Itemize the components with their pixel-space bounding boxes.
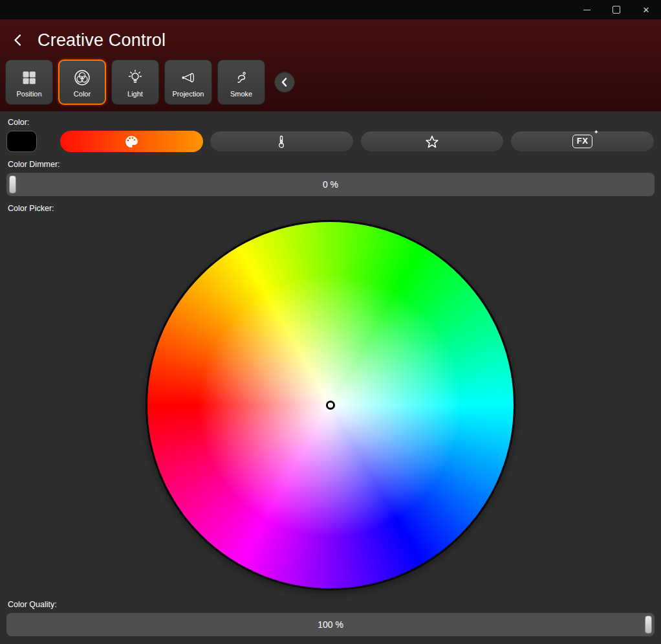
minimize-icon <box>583 10 591 10</box>
palette-icon <box>124 134 139 150</box>
color-row: FX ✦ <box>6 131 655 152</box>
thermometer-icon <box>274 134 289 150</box>
tab-smoke[interactable]: Smoke <box>217 60 265 105</box>
header-top: Creative Control <box>0 23 661 58</box>
position-grid-icon <box>21 67 38 89</box>
chevron-left-icon <box>279 77 290 87</box>
main-panel: Color: <box>0 111 661 644</box>
current-color-swatch[interactable] <box>6 131 37 152</box>
maximize-icon <box>612 6 620 14</box>
tab-position[interactable]: Position <box>5 60 53 105</box>
color-quality-slider[interactable]: 100 % <box>6 613 655 636</box>
tab-color[interactable]: Color <box>58 60 106 105</box>
titlebar: ✕ <box>0 0 661 19</box>
hsv-color-wheel[interactable] <box>146 221 515 590</box>
color-dimmer-label: Color Dimmer: <box>8 160 653 169</box>
color-dimmer-value: 0 % <box>323 179 338 190</box>
maximize-button[interactable] <box>601 0 631 19</box>
tab-label: Position <box>16 91 41 98</box>
color-dimmer-slider[interactable]: 0 % <box>6 173 655 196</box>
chevron-left-icon <box>11 33 25 47</box>
back-button[interactable] <box>9 31 27 49</box>
tab-label: Smoke <box>230 91 252 98</box>
color-quality-block: Color Quality: 100 % <box>6 597 655 636</box>
color-mode-effects-button[interactable]: FX ✦ <box>510 131 655 152</box>
color-quality-slider-handle[interactable] <box>645 616 652 634</box>
tab-light[interactable]: Light <box>111 60 159 105</box>
color-mode-row: FX ✦ <box>60 131 655 152</box>
tab-label: Light <box>127 91 143 98</box>
light-bulb-icon <box>126 67 144 89</box>
color-mode-favorites-button[interactable] <box>360 131 504 152</box>
color-wheel-cursor[interactable] <box>326 401 335 410</box>
close-button[interactable]: ✕ <box>631 0 661 19</box>
close-icon: ✕ <box>643 6 650 14</box>
minimize-button[interactable] <box>572 0 601 19</box>
star-icon <box>424 133 440 150</box>
smoke-icon <box>232 67 250 89</box>
tab-label: Color <box>74 91 91 98</box>
app-window: ✕ Creative Control <box>0 0 661 644</box>
color-label: Color: <box>8 118 653 127</box>
fx-icon: FX ✦ <box>572 135 593 148</box>
color-picker-label: Color Picker: <box>8 204 653 213</box>
color-quality-label: Color Quality: <box>8 600 653 609</box>
color-dimmer-slider-handle[interactable] <box>9 175 16 194</box>
color-quality-value: 100 % <box>318 619 343 630</box>
color-mode-temperature-button[interactable] <box>210 131 354 152</box>
color-mode-palette-button[interactable] <box>60 131 203 152</box>
tab-projection[interactable]: Projection <box>164 60 212 105</box>
tab-label: Projection <box>173 91 204 98</box>
header: Creative Control Position <box>0 19 661 111</box>
sparkle-icon: ✦ <box>594 129 599 135</box>
projection-beam-icon <box>179 67 197 89</box>
collapse-tabs-button[interactable] <box>274 72 295 93</box>
page-title: Creative Control <box>38 30 166 50</box>
color-picker-area <box>6 217 655 597</box>
color-wheel-icon <box>72 67 92 89</box>
tab-row: Position Color <box>0 58 661 105</box>
